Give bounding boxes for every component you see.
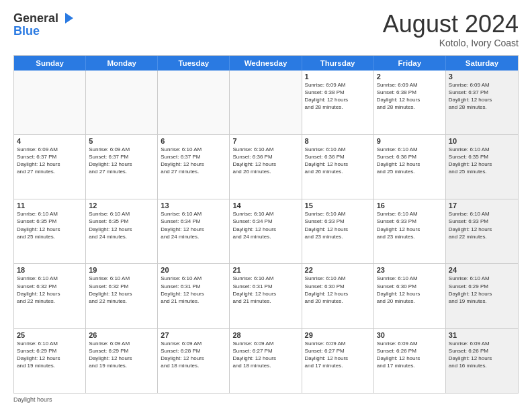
calendar-cell: 7Sunrise: 6:10 AM Sunset: 6:36 PM Daylig… bbox=[230, 135, 302, 199]
day-info: Sunrise: 6:10 AM Sunset: 6:35 PM Dayligh… bbox=[17, 210, 83, 240]
day-info: Sunrise: 6:09 AM Sunset: 6:37 PM Dayligh… bbox=[449, 81, 515, 111]
day-info: Sunrise: 6:09 AM Sunset: 6:38 PM Dayligh… bbox=[305, 81, 371, 111]
calendar: SundayMondayTuesdayWednesdayThursdayFrid… bbox=[13, 55, 519, 394]
day-number: 3 bbox=[449, 73, 515, 81]
day-info: Sunrise: 6:10 AM Sunset: 6:31 PM Dayligh… bbox=[232, 275, 298, 305]
calendar-week: 1Sunrise: 6:09 AM Sunset: 6:38 PM Daylig… bbox=[14, 71, 518, 135]
day-number: 2 bbox=[377, 73, 443, 81]
calendar-cell: 19Sunrise: 6:10 AM Sunset: 6:32 PM Dayli… bbox=[86, 264, 158, 328]
day-number: 9 bbox=[377, 137, 443, 145]
calendar-cell: 14Sunrise: 6:10 AM Sunset: 6:34 PM Dayli… bbox=[230, 199, 302, 263]
calendar-body: 1Sunrise: 6:09 AM Sunset: 6:38 PM Daylig… bbox=[14, 71, 518, 393]
day-info: Sunrise: 6:10 AM Sunset: 6:33 PM Dayligh… bbox=[377, 210, 443, 240]
day-info: Sunrise: 6:10 AM Sunset: 6:36 PM Dayligh… bbox=[377, 146, 443, 176]
calendar-cell: 24Sunrise: 6:10 AM Sunset: 6:29 PM Dayli… bbox=[446, 264, 518, 328]
day-number: 14 bbox=[232, 201, 298, 210]
day-number: 20 bbox=[161, 266, 226, 274]
svg-marker-0 bbox=[65, 13, 73, 24]
calendar-cell: 23Sunrise: 6:10 AM Sunset: 6:30 PM Dayli… bbox=[374, 264, 446, 328]
day-info: Sunrise: 6:10 AM Sunset: 6:29 PM Dayligh… bbox=[17, 340, 83, 370]
calendar-cell: 13Sunrise: 6:10 AM Sunset: 6:34 PM Dayli… bbox=[158, 199, 230, 263]
calendar-cell: 2Sunrise: 6:09 AM Sunset: 6:38 PM Daylig… bbox=[374, 71, 446, 134]
day-number: 15 bbox=[305, 201, 371, 210]
day-number: 11 bbox=[17, 201, 83, 210]
day-number: 26 bbox=[89, 331, 154, 339]
calendar-cell: 31Sunrise: 6:09 AM Sunset: 6:26 PM Dayli… bbox=[446, 329, 518, 393]
calendar-cell: 17Sunrise: 6:10 AM Sunset: 6:33 PM Dayli… bbox=[446, 199, 518, 263]
day-info: Sunrise: 6:10 AM Sunset: 6:36 PM Dayligh… bbox=[232, 146, 298, 176]
day-number: 18 bbox=[17, 266, 83, 274]
day-number: 5 bbox=[89, 137, 154, 145]
calendar-cell bbox=[86, 71, 158, 134]
cal-header-day: Monday bbox=[86, 56, 158, 71]
day-info: Sunrise: 6:09 AM Sunset: 6:29 PM Dayligh… bbox=[89, 340, 154, 370]
calendar-cell: 22Sunrise: 6:10 AM Sunset: 6:30 PM Dayli… bbox=[302, 264, 374, 328]
calendar-cell bbox=[230, 71, 302, 134]
day-number: 17 bbox=[449, 201, 515, 210]
day-number: 25 bbox=[17, 331, 83, 339]
day-info: Sunrise: 6:09 AM Sunset: 6:37 PM Dayligh… bbox=[17, 146, 83, 176]
calendar-week: 18Sunrise: 6:10 AM Sunset: 6:32 PM Dayli… bbox=[14, 264, 518, 328]
calendar-cell: 28Sunrise: 6:09 AM Sunset: 6:27 PM Dayli… bbox=[230, 329, 302, 393]
day-info: Sunrise: 6:10 AM Sunset: 6:33 PM Dayligh… bbox=[305, 210, 371, 240]
footer-note: Daylight hours bbox=[13, 396, 519, 403]
calendar-cell: 20Sunrise: 6:10 AM Sunset: 6:31 PM Dayli… bbox=[158, 264, 230, 328]
day-info: Sunrise: 6:10 AM Sunset: 6:35 PM Dayligh… bbox=[449, 146, 515, 176]
header: General Blue August 2024 Kotolo, Ivory C… bbox=[13, 11, 519, 48]
cal-header-day: Tuesday bbox=[158, 56, 230, 71]
calendar-cell: 1Sunrise: 6:09 AM Sunset: 6:38 PM Daylig… bbox=[302, 71, 374, 134]
calendar-cell: 15Sunrise: 6:10 AM Sunset: 6:33 PM Dayli… bbox=[302, 199, 374, 263]
day-number: 10 bbox=[449, 137, 515, 145]
calendar-cell: 30Sunrise: 6:09 AM Sunset: 6:26 PM Dayli… bbox=[374, 329, 446, 393]
day-number: 23 bbox=[377, 266, 443, 274]
day-number: 22 bbox=[305, 266, 371, 274]
calendar-cell: 25Sunrise: 6:10 AM Sunset: 6:29 PM Dayli… bbox=[14, 329, 86, 393]
logo-general-text: General bbox=[13, 11, 58, 26]
calendar-cell: 6Sunrise: 6:10 AM Sunset: 6:37 PM Daylig… bbox=[158, 135, 230, 199]
day-info: Sunrise: 6:09 AM Sunset: 6:27 PM Dayligh… bbox=[232, 340, 298, 370]
day-number: 24 bbox=[449, 266, 515, 274]
day-number: 29 bbox=[305, 331, 371, 339]
day-number: 27 bbox=[161, 331, 226, 339]
calendar-cell: 9Sunrise: 6:10 AM Sunset: 6:36 PM Daylig… bbox=[374, 135, 446, 199]
day-number: 28 bbox=[232, 331, 298, 339]
day-info: Sunrise: 6:10 AM Sunset: 6:30 PM Dayligh… bbox=[377, 275, 443, 305]
calendar-cell: 3Sunrise: 6:09 AM Sunset: 6:37 PM Daylig… bbox=[446, 71, 518, 134]
day-info: Sunrise: 6:09 AM Sunset: 6:26 PM Dayligh… bbox=[449, 340, 515, 370]
day-number: 7 bbox=[232, 137, 298, 145]
day-number: 1 bbox=[305, 73, 371, 81]
cal-header-day: Sunday bbox=[14, 56, 86, 71]
day-info: Sunrise: 6:10 AM Sunset: 6:32 PM Dayligh… bbox=[89, 275, 154, 305]
calendar-week: 4Sunrise: 6:09 AM Sunset: 6:37 PM Daylig… bbox=[14, 135, 518, 199]
day-info: Sunrise: 6:10 AM Sunset: 6:35 PM Dayligh… bbox=[89, 210, 154, 240]
day-info: Sunrise: 6:09 AM Sunset: 6:38 PM Dayligh… bbox=[377, 81, 443, 111]
day-number: 12 bbox=[89, 201, 154, 210]
day-info: Sunrise: 6:09 AM Sunset: 6:27 PM Dayligh… bbox=[305, 340, 371, 370]
cal-header-day: Saturday bbox=[446, 56, 518, 71]
location-subtitle: Kotolo, Ivory Coast bbox=[383, 38, 519, 48]
day-number: 31 bbox=[449, 331, 515, 339]
page: General Blue August 2024 Kotolo, Ivory C… bbox=[0, 0, 532, 411]
cal-header-day: Wednesday bbox=[230, 56, 302, 71]
day-info: Sunrise: 6:10 AM Sunset: 6:30 PM Dayligh… bbox=[305, 275, 371, 305]
calendar-cell: 29Sunrise: 6:09 AM Sunset: 6:27 PM Dayli… bbox=[302, 329, 374, 393]
calendar-cell: 18Sunrise: 6:10 AM Sunset: 6:32 PM Dayli… bbox=[14, 264, 86, 328]
calendar-cell bbox=[158, 71, 230, 134]
calendar-cell bbox=[14, 71, 86, 134]
calendar-cell: 26Sunrise: 6:09 AM Sunset: 6:29 PM Dayli… bbox=[86, 329, 158, 393]
calendar-header: SundayMondayTuesdayWednesdayThursdayFrid… bbox=[14, 56, 518, 71]
cal-header-day: Friday bbox=[374, 56, 446, 71]
day-number: 21 bbox=[232, 266, 298, 274]
calendar-cell: 8Sunrise: 6:10 AM Sunset: 6:36 PM Daylig… bbox=[302, 135, 374, 199]
day-number: 13 bbox=[161, 201, 226, 210]
day-info: Sunrise: 6:10 AM Sunset: 6:31 PM Dayligh… bbox=[161, 275, 226, 305]
calendar-cell: 5Sunrise: 6:09 AM Sunset: 6:37 PM Daylig… bbox=[86, 135, 158, 199]
calendar-cell: 27Sunrise: 6:09 AM Sunset: 6:28 PM Dayli… bbox=[158, 329, 230, 393]
calendar-cell: 10Sunrise: 6:10 AM Sunset: 6:35 PM Dayli… bbox=[446, 135, 518, 199]
day-number: 16 bbox=[377, 201, 443, 210]
month-title: August 2024 bbox=[383, 11, 519, 38]
calendar-cell: 12Sunrise: 6:10 AM Sunset: 6:35 PM Dayli… bbox=[86, 199, 158, 263]
calendar-week: 25Sunrise: 6:10 AM Sunset: 6:29 PM Dayli… bbox=[14, 329, 518, 393]
day-info: Sunrise: 6:10 AM Sunset: 6:29 PM Dayligh… bbox=[449, 275, 515, 305]
day-info: Sunrise: 6:10 AM Sunset: 6:37 PM Dayligh… bbox=[161, 146, 226, 176]
